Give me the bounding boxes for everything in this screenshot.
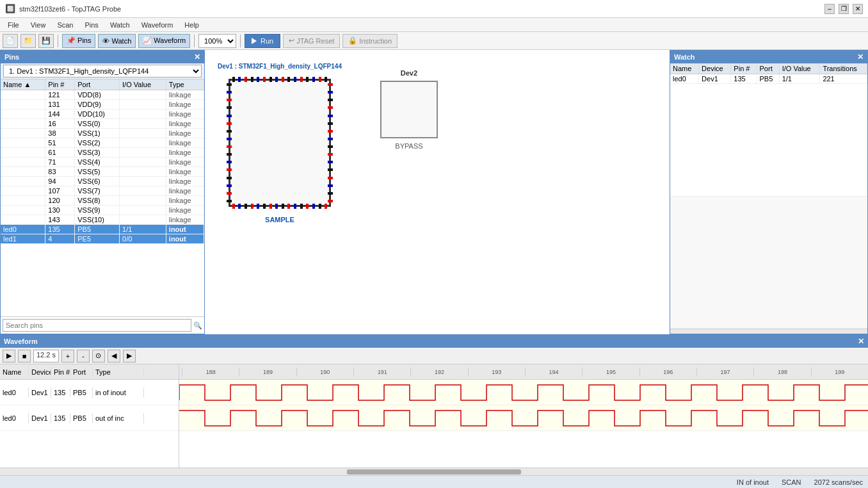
instruction-label: Instruction — [359, 37, 392, 45]
waveform-zoom-out-button[interactable]: - — [77, 350, 90, 362]
menu-watch[interactable]: Watch — [105, 20, 135, 30]
open-button[interactable]: 📁 — [20, 34, 36, 48]
pin-number-cell: 4 — [45, 234, 75, 244]
watch-header-row: Name Device Pin # Port I/O Value Transit… — [670, 63, 867, 74]
pin-top-16 — [325, 77, 327, 82]
menu-view[interactable]: View — [26, 20, 51, 30]
pin-top-6 — [263, 77, 266, 82]
status-rate: 2072 scans/sec — [814, 478, 863, 486]
pin-bot-11 — [294, 204, 296, 209]
table-row[interactable]: 16 VSS(0) linkage — [1, 119, 204, 129]
waveform-signal-area[interactable]: 188189190191192193194195196197198199 — [179, 364, 868, 468]
pin-bot-16 — [325, 204, 327, 209]
device-dropdown[interactable]: 1. Dev1 : STM32F1_High_density_LQFP144 — [3, 65, 202, 77]
table-row[interactable]: led0 135 PB5 1/1 inout — [1, 225, 204, 234]
dev1-container: Dev1 : STM32F1_High_density_LQFP144 — [218, 63, 342, 224]
waveform-play-button[interactable]: ▶ — [3, 350, 15, 362]
table-row[interactable]: 143 VSS(10) linkage — [1, 215, 204, 225]
table-row[interactable]: led1 4 PE5 0/0 inout — [1, 234, 204, 244]
close-button[interactable]: ✕ — [853, 4, 863, 14]
zoom-select[interactable]: 100% 75% 50% 150% — [198, 34, 236, 48]
table-row[interactable]: 94 VSS(6) linkage — [1, 177, 204, 186]
pins-toggle-button[interactable]: 📌 Pins — [62, 34, 95, 48]
timeline-mark: 195 — [582, 368, 639, 377]
pins-panel-close[interactable]: ✕ — [194, 53, 200, 61]
wf-pin-cell: 135 — [51, 387, 70, 398]
schematic-area[interactable]: Dev1 : STM32F1_High_density_LQFP144 — [205, 50, 670, 334]
table-row[interactable]: 83 VSS(5) linkage — [1, 167, 204, 177]
menu-file[interactable]: File — [3, 20, 24, 30]
waveform-prev-button[interactable]: ◀ — [108, 350, 120, 362]
timeline-mark: 192 — [410, 368, 467, 377]
waveform-stop-button[interactable]: ■ — [18, 350, 31, 362]
menu-scan[interactable]: Scan — [52, 20, 78, 30]
dev2-label: Dev2 — [401, 69, 417, 77]
pins-search-input[interactable] — [3, 319, 191, 332]
window-controls[interactable]: – ❐ ✕ — [824, 4, 863, 14]
waveform-panel-close[interactable]: ✕ — [858, 337, 864, 346]
dev2-chip-body[interactable] — [380, 81, 438, 138]
pin-io-cell — [120, 177, 166, 186]
run-button[interactable]: Run — [245, 34, 280, 48]
pin-name-cell: led0 — [1, 225, 45, 234]
pin-type-cell: linkage — [166, 215, 204, 225]
table-row[interactable]: 61 VSS(3) linkage — [1, 148, 204, 158]
pin-right-7 — [328, 130, 333, 133]
table-row[interactable]: 71 VSS(4) linkage — [1, 158, 204, 167]
table-row[interactable]: 51 VSS(2) linkage — [1, 138, 204, 148]
pin-top-7 — [269, 77, 272, 82]
menu-pins[interactable]: Pins — [79, 20, 103, 30]
table-row[interactable]: 144 VDD(10) linkage — [1, 110, 204, 119]
save-button[interactable]: 💾 — [38, 34, 54, 48]
menu-help[interactable]: Help — [179, 20, 204, 30]
col-port: Port — [75, 79, 120, 90]
pin-type-cell: linkage — [166, 129, 204, 138]
waveform-scrollbar-thumb[interactable] — [347, 469, 520, 475]
pin-number-cell: 120 — [45, 196, 75, 206]
dev1-chip-body[interactable] — [229, 79, 331, 207]
table-row[interactable]: 121 VDD(8) linkage — [1, 90, 204, 100]
pin-io-cell — [120, 129, 166, 138]
table-row[interactable]: 130 VSS(9) linkage — [1, 206, 204, 215]
watch-scrollbar[interactable] — [670, 329, 867, 334]
col-pin: Pin # — [45, 79, 75, 90]
table-row[interactable]: 38 VSS(1) linkage — [1, 129, 204, 138]
menu-waveform[interactable]: Waveform — [136, 20, 179, 30]
waveform-zoom-in-button[interactable]: + — [61, 350, 74, 362]
pin-io-cell — [120, 167, 166, 177]
maximize-button[interactable]: ❐ — [839, 4, 849, 14]
table-row[interactable]: led0 Dev1 135 PB5 1/1 221 — [670, 74, 867, 84]
pin-type-cell: inout — [166, 234, 204, 244]
waveform-panel: Waveform ✕ ▶ ■ 12.2 s + - ⊙ ◀ ▶ Name Dev… — [0, 334, 868, 475]
table-row[interactable]: 120 VSS(8) linkage — [1, 196, 204, 206]
new-button[interactable]: 📄 — [3, 34, 18, 48]
jtag-reset-button[interactable]: ↩ JTAG Reset — [283, 34, 340, 48]
watch-toggle-button[interactable]: 👁 Watch — [98, 34, 136, 48]
wf-header-pin: Pin # — [51, 367, 70, 377]
main-toolbar: 📄 📁 💾 📌 Pins 👁 Watch 📈 Waveform 100% 75%… — [0, 32, 868, 50]
dev1-status: SAMPLE — [265, 216, 294, 224]
waveform-labels-column: Name Device Pin # Port Type led0 Dev1 13… — [0, 364, 179, 468]
pin-port-cell: PE5 — [75, 234, 120, 244]
pin-io-cell: 1/1 — [120, 225, 166, 234]
pin-right-5 — [328, 115, 333, 117]
watch-pin-cell: 135 — [731, 74, 757, 84]
pin-right-11 — [328, 161, 333, 163]
separator-3 — [240, 35, 241, 47]
waveform-next-button[interactable]: ▶ — [123, 350, 136, 362]
pins-table-body: 121 VDD(8) linkage 131 VDD(9) linkage 14… — [1, 90, 204, 244]
waveform-toggle-button[interactable]: 📈 Waveform — [138, 34, 190, 48]
waveform-label-row: led0 Dev1 135 PB5 out of inc — [0, 405, 179, 431]
pin-top-1 — [232, 77, 235, 82]
minimize-button[interactable]: – — [824, 4, 835, 14]
pin-left-15 — [227, 192, 232, 195]
pins-table-container: Name ▲ Pin # Port I/O Value Type 121 VDD… — [1, 79, 204, 316]
instruction-button[interactable]: 🔒 Instruction — [342, 34, 398, 48]
waveform-time-display: 12.2 s — [33, 350, 59, 362]
table-row[interactable]: 131 VDD(9) linkage — [1, 100, 204, 110]
table-row[interactable]: 107 VSS(7) linkage — [1, 186, 204, 196]
dev2-container: Dev2 BYPASS — [380, 69, 438, 150]
watch-panel-close[interactable]: ✕ — [857, 53, 864, 61]
waveform-fit-button[interactable]: ⊙ — [92, 350, 105, 362]
pin-top-11 — [294, 77, 296, 82]
